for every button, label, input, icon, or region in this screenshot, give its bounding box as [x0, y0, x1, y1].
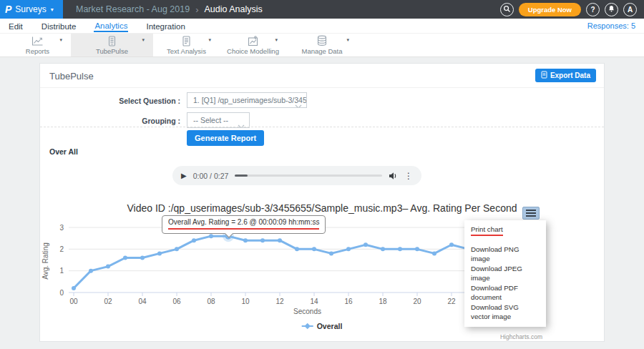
- question-select[interactable]: 1. [Q1] /qp_userimages/sub-3/3455655/S..…: [187, 92, 307, 108]
- data-point[interactable]: [329, 251, 333, 255]
- data-point[interactable]: [89, 269, 93, 273]
- menu-item-download-pdf[interactable]: Download PDF document: [464, 283, 546, 303]
- data-point[interactable]: [381, 247, 385, 251]
- tool-label: TubePulse: [96, 47, 128, 55]
- menu-item-print-chart[interactable]: Print chart: [464, 224, 546, 238]
- help-button[interactable]: ?: [586, 3, 600, 16]
- x-axis-tick-label: 04: [138, 298, 147, 305]
- chevron-down-icon: [295, 99, 302, 108]
- generate-report-button[interactable]: Generate Report: [187, 130, 264, 146]
- data-point[interactable]: [346, 247, 351, 251]
- x-axis-tick-label: 02: [104, 298, 112, 305]
- x-axis-tick-label: 06: [172, 298, 181, 305]
- chevron-down-icon[interactable]: ▾: [346, 37, 349, 43]
- x-axis-tick-label: 08: [207, 298, 215, 305]
- tool-reports[interactable]: Reports ▾: [4, 34, 71, 56]
- bell-icon: [608, 5, 615, 14]
- play-button[interactable]: ▶: [181, 172, 187, 180]
- menu-item-download-svg[interactable]: Download SVG vector image: [464, 303, 546, 322]
- legend-marker: [302, 323, 313, 329]
- data-point[interactable]: [278, 238, 282, 242]
- chevron-down-icon: ▾: [51, 6, 54, 13]
- data-point[interactable]: [312, 247, 316, 251]
- page-content: TubePulse Export Data Select Question : …: [0, 57, 644, 349]
- avatar[interactable]: A: [623, 3, 637, 16]
- tool-label: Reports: [26, 47, 49, 55]
- upgrade-now-button[interactable]: Upgrade Now: [519, 3, 581, 16]
- breadcrumb-survey[interactable]: Market Research - Aug 2019: [76, 4, 190, 14]
- data-point[interactable]: [175, 247, 179, 251]
- data-point[interactable]: [449, 242, 454, 247]
- product-name: Surveys: [15, 4, 46, 14]
- menu-item-download-png[interactable]: Download PNG image: [464, 245, 546, 264]
- database-icon: [316, 35, 328, 46]
- export-data-label: Export Data: [550, 72, 590, 79]
- data-point[interactable]: [295, 247, 299, 251]
- chevron-down-icon[interactable]: ▾: [59, 37, 62, 43]
- top-actions: Upgrade Now ? A: [500, 0, 644, 19]
- chart-legend[interactable]: Overall: [302, 322, 343, 330]
- menu-item-integration[interactable]: Integration: [145, 21, 185, 31]
- data-point[interactable]: [209, 234, 213, 238]
- series-line: [74, 236, 469, 288]
- data-point[interactable]: [398, 247, 402, 251]
- chart-tooltip-text: Overall Avg. Rating = 2.6 @ 00:00:09 hh:…: [168, 218, 319, 230]
- product-switcher[interactable]: P Surveys ▾: [0, 0, 63, 19]
- x-axis-tick-label: 18: [379, 298, 387, 305]
- chart-export-menu-button[interactable]: [522, 207, 540, 220]
- more-options-icon[interactable]: ⋮: [404, 171, 413, 181]
- tool-tubepulse[interactable]: TubePulse ▾: [71, 34, 153, 56]
- y-axis-tick-label: 0: [59, 289, 64, 297]
- audio-seek-bar[interactable]: [235, 174, 382, 177]
- data-point[interactable]: [106, 265, 110, 269]
- data-point[interactable]: [415, 247, 419, 251]
- data-point[interactable]: [140, 255, 145, 260]
- menu-item-edit[interactable]: Edit: [8, 21, 24, 31]
- volume-icon[interactable]: [389, 172, 398, 180]
- breadcrumb-separator: ›: [195, 4, 198, 15]
- hamburger-icon: [526, 210, 536, 211]
- highcharts-credits[interactable]: Highcharts.com: [500, 333, 542, 340]
- x-axis-tick-label: 12: [275, 298, 284, 305]
- export-data-button[interactable]: Export Data: [535, 69, 596, 82]
- line-chart-icon: [31, 36, 44, 46]
- grouping-label: Grouping :: [40, 117, 180, 125]
- menu-item-analytics[interactable]: Analytics: [94, 20, 128, 32]
- legend-label: Overall: [317, 322, 343, 330]
- data-point[interactable]: [260, 238, 265, 242]
- tubepulse-panel: TubePulse Export Data Select Question : …: [39, 63, 605, 342]
- breadcrumb: Market Research - Aug 2019 › Audio Analy…: [63, 0, 263, 19]
- data-point[interactable]: [243, 238, 248, 242]
- audio-seek-handle[interactable]: [235, 174, 248, 177]
- menu-separator: [464, 238, 546, 245]
- tool-label: Choice Modelling: [227, 47, 279, 55]
- top-bar: P Surveys ▾ Market Research - Aug 2019 ›…: [0, 0, 644, 19]
- data-point[interactable]: [123, 255, 127, 260]
- data-point[interactable]: [364, 242, 368, 247]
- panel-title: TubePulse: [49, 71, 94, 82]
- chevron-down-icon[interactable]: ▾: [142, 37, 145, 43]
- tool-choice-modelling[interactable]: Choice Modelling ▾: [220, 34, 286, 56]
- notifications-button[interactable]: [605, 3, 618, 16]
- search-button[interactable]: [500, 3, 514, 16]
- data-point[interactable]: [157, 251, 162, 255]
- audio-player: ▶ 0:00 / 0:27 ⋮: [172, 166, 421, 185]
- data-point[interactable]: [192, 238, 196, 242]
- export-file-icon: [541, 71, 547, 80]
- menu-item-distribute[interactable]: Distribute: [41, 21, 77, 31]
- menu-item-download-jpeg[interactable]: Download JPEG image: [464, 264, 546, 283]
- chart-export-menu: Print chart Download PNG image Download …: [464, 220, 546, 327]
- grouping-select-value: -- Select --: [193, 116, 228, 124]
- responses-count[interactable]: Responses: 5: [587, 21, 635, 30]
- device-icon: [107, 36, 117, 46]
- grouping-select[interactable]: -- Select --: [187, 112, 250, 128]
- model-chart-icon: [248, 36, 259, 46]
- tool-text-analysis[interactable]: Text Analysis ▾: [153, 34, 220, 56]
- chevron-down-icon[interactable]: ▾: [275, 37, 278, 43]
- chevron-down-icon[interactable]: ▾: [208, 37, 211, 43]
- tool-manage-data[interactable]: Manage Data ▾: [286, 34, 358, 56]
- x-axis-title: Seconds: [293, 308, 321, 315]
- data-point[interactable]: [72, 286, 76, 290]
- data-point[interactable]: [432, 251, 436, 255]
- y-axis-tick-label: 2: [59, 245, 64, 253]
